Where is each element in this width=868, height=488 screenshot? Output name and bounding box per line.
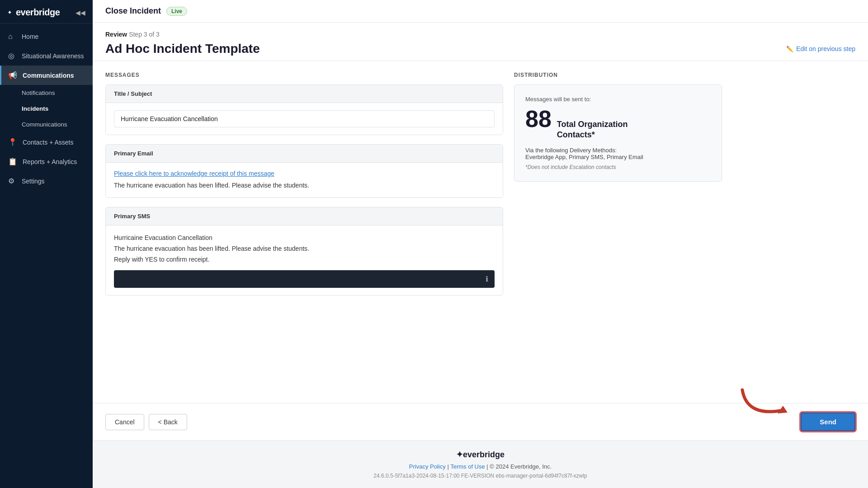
incident-title-row: Ad Hoc Incident Template ✏️ Edit on prev… (105, 42, 855, 56)
sidebar-subitem-communications[interactable]: Communications (0, 117, 93, 132)
sidebar-logo-area: ✦ everbridge ◀◀ (0, 0, 93, 23)
primary-sms-card: Primary SMS Hurricaine Evacuation Cancel… (105, 207, 503, 296)
cancel-button[interactable]: Cancel (105, 414, 144, 430)
dist-count: 88 (525, 107, 552, 131)
terms-of-use-link[interactable]: Terms of Use (450, 463, 485, 470)
logo-text: everbridge (16, 7, 60, 18)
sidebar-subitem-incidents-label: Incidents (22, 105, 48, 112)
primary-sms-header: Primary SMS (106, 207, 503, 225)
sms-line1: Hurricaine Evacuation Cancellation (114, 233, 495, 244)
topbar: Close Incident Live (93, 0, 868, 23)
footer-left-actions: Cancel < Back (105, 414, 187, 430)
sidebar-subitem-notifications[interactable]: Notifications (0, 85, 93, 101)
dist-sent-to: Messages will be sent to: (525, 96, 711, 103)
content-area: MESSAGES Title / Subject Hurricane Evacu… (93, 61, 868, 403)
title-subject-card: Title / Subject Hurricane Evacuation Can… (105, 84, 503, 135)
sidebar-item-sa-label: Situational Awareness (22, 52, 84, 60)
topbar-title: Close Incident (105, 6, 161, 16)
sidebar-item-ra-label: Reports + Analytics (23, 158, 77, 165)
copyright-text: © 2024 Everbridge, Inc. (490, 463, 552, 470)
sidebar-subitem-communications-label: Communications (22, 121, 67, 128)
reports-analytics-icon: 📋 (8, 157, 17, 166)
communications-icon: 📢 (8, 71, 17, 80)
messages-section-label: MESSAGES (105, 72, 503, 78)
contacts-assets-icon: 📍 (8, 138, 17, 146)
sidebar-subitem-notifications-label: Notifications (22, 89, 55, 96)
settings-icon: ⚙ (8, 177, 16, 185)
dist-note: *Does not include Escalation contacts (525, 164, 711, 170)
home-icon: ⌂ (8, 33, 16, 41)
pencil-icon: ✏️ (786, 46, 793, 52)
main-content: Close Incident Live Review Step 3 of 3 A… (93, 0, 868, 488)
sidebar-item-situational-awareness[interactable]: ◎ Situational Awareness (0, 46, 93, 66)
sms-line3: Reply with YES to confirm receipt. (114, 254, 495, 265)
distribution-panel: DISTRIBUTION Messages will be sent to: 8… (514, 72, 722, 392)
sms-line2: The hurricane evacuation has been lifted… (114, 244, 495, 254)
messages-panel: MESSAGES Title / Subject Hurricane Evacu… (105, 72, 503, 392)
distribution-card: Messages will be sent to: 88 Total Organ… (514, 84, 722, 182)
privacy-policy-link[interactable]: Privacy Policy (409, 463, 446, 470)
title-subject-header: Title / Subject (106, 85, 503, 103)
footer-actions: Cancel < Back Send (93, 403, 868, 440)
dist-via: Via the following Delivery Methods: Ever… (525, 147, 711, 160)
send-arrow-container: Send (801, 413, 855, 431)
sidebar-item-ca-label: Contacts + Assets (23, 139, 73, 146)
footer-logo: ✦everbridge (105, 450, 855, 460)
page-header: Review Step 3 of 3 Ad Hoc Incident Templ… (93, 23, 868, 61)
email-body-text: The hurricane evacuation has been lifted… (114, 181, 495, 190)
footer-version: 24.6.0.5-5f7a1a3-2024-08-15-17:00 FE-VER… (105, 473, 855, 479)
distribution-section-label: DISTRIBUTION (514, 72, 722, 78)
info-icon: ℹ (486, 275, 488, 283)
primary-email-header: Primary Email (106, 145, 503, 163)
sidebar-item-reports-analytics[interactable]: 📋 Reports + Analytics (0, 152, 93, 171)
footer-links: Privacy Policy | Terms of Use | © 2024 E… (105, 463, 855, 470)
page-footer: ✦everbridge Privacy Policy | Terms of Us… (93, 440, 868, 488)
title-subject-value: Hurricane Evacuation Cancellation (114, 110, 495, 127)
review-label: Review (105, 31, 127, 38)
primary-sms-body: Hurricaine Evacuation Cancellation The h… (106, 225, 503, 295)
back-button[interactable]: < Back (149, 414, 187, 430)
sidebar-subitem-incidents[interactable]: Incidents (0, 101, 93, 117)
incident-title: Ad Hoc Incident Template (105, 42, 260, 56)
sidebar-item-home[interactable]: ⌂ Home (0, 27, 93, 46)
sidebar-item-contacts-assets[interactable]: 📍 Contacts + Assets (0, 132, 93, 152)
title-subject-body: Hurricane Evacuation Cancellation (106, 103, 503, 135)
dist-count-row: 88 Total Organization Contacts* (525, 107, 711, 141)
dist-count-label: Total Organization Contacts* (557, 119, 628, 141)
sidebar-item-communications[interactable]: 📢 Communications (0, 66, 93, 85)
sms-bar: ℹ (114, 270, 495, 288)
edit-prev-label: Edit on previous step (796, 45, 855, 52)
sidebar-nav: ⌂ Home ◎ Situational Awareness 📢 Communi… (0, 23, 93, 488)
send-button[interactable]: Send (801, 413, 855, 431)
sidebar: ✦ everbridge ◀◀ ⌂ Home ◎ Situational Awa… (0, 0, 93, 488)
primary-email-body: Please click here to acknowledge receipt… (106, 163, 503, 197)
sidebar-item-home-label: Home (22, 33, 38, 40)
annotation-arrow (733, 385, 797, 422)
sidebar-item-comm-label: Communications (23, 72, 74, 79)
review-step: Review Step 3 of 3 (105, 31, 855, 38)
step-info: Step 3 of 3 (129, 31, 160, 38)
sidebar-item-settings-label: Settings (22, 178, 45, 185)
acknowledge-link[interactable]: Please click here to acknowledge receipt… (114, 170, 495, 177)
edit-previous-step-button[interactable]: ✏️ Edit on previous step (786, 45, 855, 52)
sidebar-item-settings[interactable]: ⚙ Settings (0, 171, 93, 191)
sms-body-text: Hurricaine Evacuation Cancellation The h… (114, 233, 495, 265)
logo-snowflake-icon: ✦ (7, 9, 12, 16)
primary-email-card: Primary Email Please click here to ackno… (105, 144, 503, 198)
situational-awareness-icon: ◎ (8, 52, 16, 60)
delivery-methods: Everbridge App, Primary SMS, Primary Ema… (525, 154, 643, 160)
live-badge: Live (166, 7, 187, 16)
sidebar-collapse-button[interactable]: ◀◀ (75, 9, 85, 16)
